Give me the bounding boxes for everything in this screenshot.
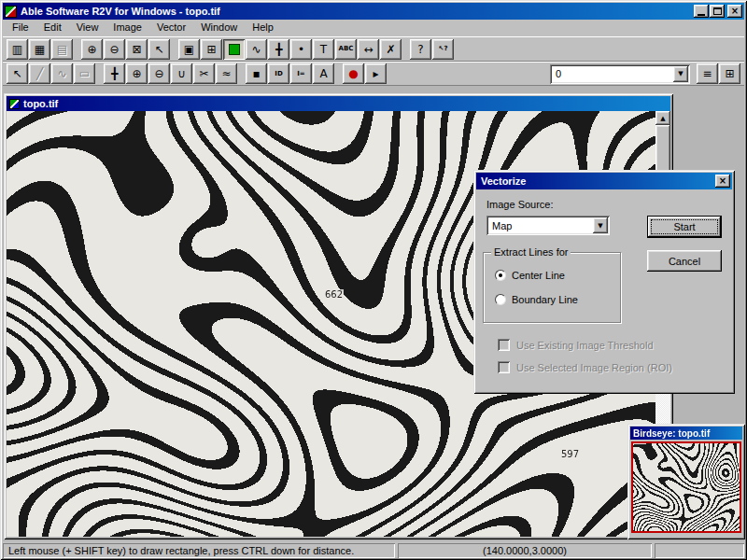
status-bar: Left mouse (+ SHIFT key) to draw rectang… xyxy=(3,541,744,558)
use-existing-threshold-checkbox: Use Existing Image Threshold xyxy=(498,339,654,351)
vectorize-dialog: Vectorize × Image Source: Map ▼ Start Ca… xyxy=(473,170,735,394)
select-node-button[interactable]: ▪ xyxy=(246,63,267,84)
draw-line-icon: ╱ xyxy=(36,68,43,79)
mdi-workspace: topo.tif 662597 ▲ ▼ Birdseye: topo.tif V… xyxy=(3,86,744,541)
dialog-title: Vectorize xyxy=(481,175,526,187)
layer-grid-button[interactable]: ⊞ xyxy=(719,63,740,84)
cancel-button[interactable]: Cancel xyxy=(647,250,722,272)
maximize-icon xyxy=(713,7,722,15)
add-node-icon: ⊕ xyxy=(132,68,141,79)
measure-button[interactable]: ↔ xyxy=(358,39,379,60)
dropdown-arrow-icon[interactable]: ▼ xyxy=(593,217,608,233)
document-title-bar[interactable]: topo.tif xyxy=(7,96,670,111)
split-line-icon: ✂ xyxy=(199,68,208,79)
active-layer-combo[interactable]: 0▼ xyxy=(550,64,690,84)
node-edit-icon: ╋ xyxy=(275,44,282,55)
text-block-button[interactable]: T xyxy=(313,39,334,60)
open-image-button[interactable]: ▥ xyxy=(7,39,28,60)
help-icon: ? xyxy=(417,44,423,55)
ocr-icon: ABC xyxy=(339,46,354,52)
toolbar-edit: ↖╱∿▭╋⊕⊖∪✂≈▪IDI=A●▸0▼≡⊞ xyxy=(3,62,744,86)
radio-icon xyxy=(495,294,506,305)
node-edit-button[interactable]: ╋ xyxy=(268,39,289,60)
move-node-button[interactable]: ╋ xyxy=(104,63,125,84)
scroll-up-button[interactable]: ▲ xyxy=(655,111,670,125)
delete-node-button[interactable]: ⊖ xyxy=(148,63,170,84)
menu-item-view[interactable]: View xyxy=(69,20,106,36)
draw-line-button: ╱ xyxy=(29,63,50,84)
app-window: { "window": { "title": "Able Software R2… xyxy=(0,0,747,560)
minimize-button[interactable] xyxy=(694,5,709,18)
ocr-button[interactable]: ABC xyxy=(335,39,357,60)
split-line-button[interactable]: ✂ xyxy=(193,63,215,84)
dialog-title-bar[interactable]: Vectorize × xyxy=(476,173,732,189)
zoom-in-button[interactable]: ⊕ xyxy=(81,39,103,60)
close-button[interactable]: × xyxy=(727,5,742,18)
menu-item-window[interactable]: Window xyxy=(193,20,245,36)
toolbar-separator xyxy=(171,39,177,60)
toolbar-separator xyxy=(335,63,342,84)
erase-icon: ✗ xyxy=(386,44,395,55)
image-source-label: Image Source: xyxy=(486,199,554,210)
select-arrow-button[interactable]: ↖ xyxy=(148,39,170,60)
assign-id-button[interactable]: I= xyxy=(290,63,312,84)
menu-item-vector[interactable]: Vector xyxy=(149,20,193,36)
center-line-radio[interactable]: Center Line xyxy=(495,270,565,281)
image-source-dropdown[interactable]: Map ▼ xyxy=(486,216,610,235)
point-icon: • xyxy=(298,44,304,55)
measure-icon: ↔ xyxy=(363,44,373,55)
contour-elevation-label: 662 xyxy=(324,289,344,300)
boundary-line-radio-label: Boundary Line xyxy=(512,294,578,305)
line-follow-button[interactable]: ∿ xyxy=(246,39,267,60)
line-color-button[interactable]: ● xyxy=(343,63,364,84)
maximize-button[interactable] xyxy=(710,5,725,18)
app-icon xyxy=(5,6,17,18)
line-follow-icon: ∿ xyxy=(251,44,261,55)
smooth-line-button[interactable]: ≈ xyxy=(216,63,237,84)
smooth-line-icon: ≈ xyxy=(221,68,231,79)
menu-item-edit[interactable]: Edit xyxy=(36,20,69,36)
zoom-out-button[interactable]: ⊖ xyxy=(104,39,125,60)
highlight-line-icon: ▸ xyxy=(373,68,378,79)
menu-item-image[interactable]: Image xyxy=(106,20,149,36)
save-button[interactable]: ▦ xyxy=(29,39,50,60)
highlight-line-button[interactable]: ▸ xyxy=(365,63,387,84)
zoom-window-button[interactable]: ⊠ xyxy=(126,39,148,60)
birdseye-title-bar[interactable]: Birdseye: topo.tif xyxy=(630,427,742,440)
help-button[interactable]: ? xyxy=(410,39,431,60)
start-button[interactable]: Start xyxy=(647,216,722,238)
dialog-close-button[interactable]: × xyxy=(715,175,730,188)
image-source-value: Map xyxy=(486,220,591,231)
menu-item-help[interactable]: Help xyxy=(245,20,281,36)
id-label-icon: ID xyxy=(275,71,282,77)
join-lines-button[interactable]: ∪ xyxy=(171,63,192,84)
toolbar-main: ▥▦▤⊕⊖⊠↖▣⊞∿╋•TABC↔✗?↖? xyxy=(3,36,744,62)
edit-select-button[interactable]: ↖ xyxy=(7,63,28,84)
vectorize-button[interactable] xyxy=(223,39,245,60)
dropdown-arrow-icon[interactable]: ▼ xyxy=(673,66,688,82)
layer-list-icon: ≡ xyxy=(702,68,712,79)
point-button[interactable]: • xyxy=(290,39,312,60)
zoom-out-icon: ⊖ xyxy=(109,44,119,55)
menu-item-file[interactable]: File xyxy=(5,20,36,36)
boundary-line-radio[interactable]: Boundary Line xyxy=(495,294,578,305)
image-grid-button[interactable]: ⊞ xyxy=(201,39,222,60)
draw-curve-button: ∿ xyxy=(51,63,73,84)
image-display-button[interactable]: ▣ xyxy=(178,39,200,60)
use-existing-threshold-label: Use Existing Image Threshold xyxy=(516,340,654,351)
show-labels-button[interactable]: A xyxy=(313,63,334,84)
print-icon: ▤ xyxy=(57,44,67,55)
layer-list-button[interactable]: ≡ xyxy=(697,63,718,84)
context-help-button[interactable]: ↖? xyxy=(432,39,454,60)
join-lines-icon: ∪ xyxy=(177,68,186,79)
id-label-button[interactable]: ID xyxy=(268,63,289,84)
birdseye-thumbnail[interactable] xyxy=(631,441,741,533)
erase-button[interactable]: ✗ xyxy=(380,39,402,60)
close-icon: × xyxy=(719,176,726,186)
status-filler xyxy=(655,543,744,558)
add-node-button[interactable]: ⊕ xyxy=(126,63,148,84)
title-bar[interactable]: Able Software R2V for Windows - topo.tif… xyxy=(3,3,744,20)
window-controls: × xyxy=(693,5,742,18)
toolbar-separator xyxy=(238,63,245,84)
layer-grid-icon: ⊞ xyxy=(725,68,734,79)
